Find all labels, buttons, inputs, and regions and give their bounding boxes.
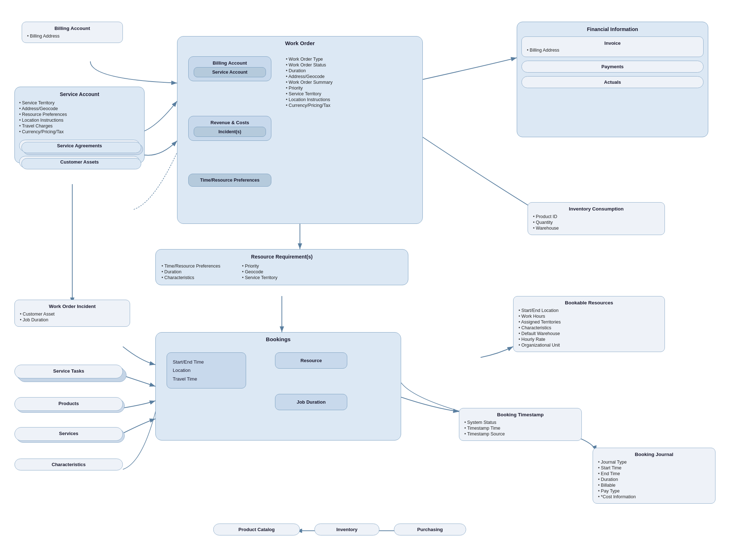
bookings-resource-box: Resource <box>275 352 347 369</box>
service-account-item-4: Travel Charges <box>19 123 140 129</box>
bookings-start-end: Start/End Time <box>173 358 240 366</box>
woi-item-0: Customer Asset <box>20 311 125 317</box>
bookings-left-info: Start/End Time Location Travel Time <box>167 352 246 388</box>
bookings-travel: Travel Time <box>173 375 240 383</box>
booking-journal-box: Booking Journal Journal Type Start Time … <box>593 448 715 504</box>
invoice-label: Invoice <box>527 40 698 46</box>
billing-account-item-0: Billing Address <box>27 33 117 39</box>
bj-item-6: *Cost Information <box>598 494 710 500</box>
wo-field-2: Duration <box>286 68 409 74</box>
br-item-2: Assigned Territories <box>519 319 659 325</box>
ic-item-0: Product ID <box>533 214 659 220</box>
billing-account-topleft-box: Billing Account Billing Address <box>22 22 123 43</box>
service-account-item-5: Currency/Pricing/Tax <box>19 129 140 135</box>
wo-revenue-costs-inner: Revenue & Costs Incident(s) <box>188 116 271 141</box>
products-pill: Products <box>14 397 123 411</box>
bj-item-1: Start Time <box>598 465 710 471</box>
characteristics-pill: Characteristics <box>14 459 123 470</box>
wo-field-5: Priority <box>286 85 409 91</box>
bookings-resource-label: Resource <box>300 358 322 363</box>
purchasing-pill: Purchasing <box>394 524 466 535</box>
services-container: Services <box>14 427 123 441</box>
invoice-item-0: Billing Address <box>527 47 698 53</box>
diagram-container: Billing Account Billing Address Service … <box>0 0 735 560</box>
woi-item-1: Job Duration <box>20 317 125 323</box>
wo-field-3: Address/Geocode <box>286 74 409 79</box>
service-account-box: Service Account Service Territory Addres… <box>14 87 145 163</box>
bj-item-2: End Time <box>598 471 710 477</box>
invoice-box: Invoice Billing Address <box>521 36 704 57</box>
wo-field-8: Currency/Pricing/Tax <box>286 103 409 108</box>
financial-title: Financial Information <box>521 26 704 32</box>
bt-item-0: System Status <box>464 420 576 425</box>
wo-billing-account-label: Billing Account <box>194 60 266 66</box>
rr-left-0: Time/Resource Preferences <box>162 263 220 269</box>
service-account-item-0: Service Territory <box>19 100 140 106</box>
inventory-pill: Inventory <box>314 524 379 535</box>
ic-item-2: Warehouse <box>533 225 659 231</box>
wo-billing-account-inner: Billing Account Service Account <box>188 56 271 81</box>
service-tasks-container: Service Tasks <box>14 365 123 378</box>
br-item-4: Default Warehouse <box>519 331 659 337</box>
bookings-job-duration-label: Job Duration <box>297 399 326 405</box>
bookable-resources-list: Start/End Location Work Hours Assigned T… <box>519 308 659 348</box>
financial-info-outer: Financial Information Invoice Billing Ad… <box>517 22 708 137</box>
service-account-item-3: Location Instructions <box>19 117 140 123</box>
wo-field-0: Work Order Type <box>286 56 409 62</box>
ic-item-1: Quantity <box>533 220 659 225</box>
rr-title: Resource Requirement(s) <box>162 254 402 260</box>
bookings-location: Location <box>173 366 240 374</box>
product-catalog-pill: Product Catalog <box>213 524 300 535</box>
bookings-job-duration-box: Job Duration <box>275 394 347 410</box>
booking-timestamp-list: System Status Timestamp Time Timestamp S… <box>464 420 576 437</box>
rr-left-list: Time/Resource Preferences Duration Chara… <box>162 263 220 281</box>
customer-assets-pill: Customer Assets <box>19 156 140 168</box>
bj-item-3: Duration <box>598 477 710 482</box>
rr-lists: Time/Resource Preferences Duration Chara… <box>162 263 402 281</box>
bt-item-1: Timestamp Time <box>464 425 576 431</box>
br-item-1: Work Hours <box>519 313 659 319</box>
bookable-resources-box: Bookable Resources Start/End Location Wo… <box>513 296 665 352</box>
service-account-item-1: Address/Geocode <box>19 106 140 112</box>
rr-left-1: Duration <box>162 269 220 275</box>
billing-account-topleft-title: Billing Account <box>27 26 117 31</box>
actuals-pill: Actuals <box>521 76 704 88</box>
inventory-consumption-title: Inventory Consumption <box>533 206 659 212</box>
service-account-title: Service Account <box>19 91 140 97</box>
wo-fields-list: Work Order Type Work Order Status Durati… <box>286 56 409 108</box>
booking-journal-title: Booking Journal <box>598 452 710 457</box>
service-tasks-pill: Service Tasks <box>14 365 123 378</box>
service-account-list: Service Territory Address/Geocode Resour… <box>19 100 140 135</box>
invoice-list: Billing Address <box>527 47 698 53</box>
wo-revenue-costs-label: Revenue & Costs <box>194 120 266 125</box>
inventory-consumption-list: Product ID Quantity Warehouse <box>533 214 659 231</box>
bj-item-0: Journal Type <box>598 459 710 465</box>
work-order-incident-box: Work Order Incident Customer Asset Job D… <box>14 300 130 327</box>
wo-time-resource-inner: Time/Resource Preferences <box>188 174 271 187</box>
bj-item-5: Pay Type <box>598 488 710 494</box>
bookings-outer-box: Bookings Start/End Time Location Travel … <box>155 332 401 440</box>
bookings-title: Bookings <box>156 333 401 344</box>
br-item-5: Hourly Rate <box>519 337 659 342</box>
billing-account-topleft-list: Billing Address <box>27 33 117 39</box>
wo-service-account-inner: Service Account <box>194 67 266 77</box>
products-container: Products <box>14 397 123 411</box>
resource-requirements-box: Resource Requirement(s) Time/Resource Pr… <box>155 249 408 285</box>
service-agreements-pill: Service Agreements <box>19 140 140 152</box>
rr-right-0: Priority <box>242 263 278 269</box>
br-item-3: Characteristics <box>519 325 659 331</box>
work-order-title: Work Order <box>177 36 422 48</box>
rr-right-1: Geocode <box>242 269 278 275</box>
work-order-incident-list: Customer Asset Job Duration <box>20 311 125 323</box>
wo-fields-list-container: Work Order Type Work Order Status Durati… <box>282 56 412 108</box>
services-pill: Services <box>14 427 123 441</box>
bj-item-4: Billable <box>598 482 710 488</box>
booking-journal-list: Journal Type Start Time End Time Duratio… <box>598 459 710 500</box>
wo-field-1: Work Order Status <box>286 62 409 68</box>
br-item-6: Organizational Unit <box>519 342 659 348</box>
bt-item-2: Timestamp Source <box>464 431 576 437</box>
booking-timestamp-title: Booking Timestamp <box>464 412 576 417</box>
work-order-incident-title: Work Order Incident <box>20 304 125 309</box>
rr-right-2: Service Territory <box>242 275 278 281</box>
booking-timestamp-box: Booking Timestamp System Status Timestam… <box>459 408 582 441</box>
